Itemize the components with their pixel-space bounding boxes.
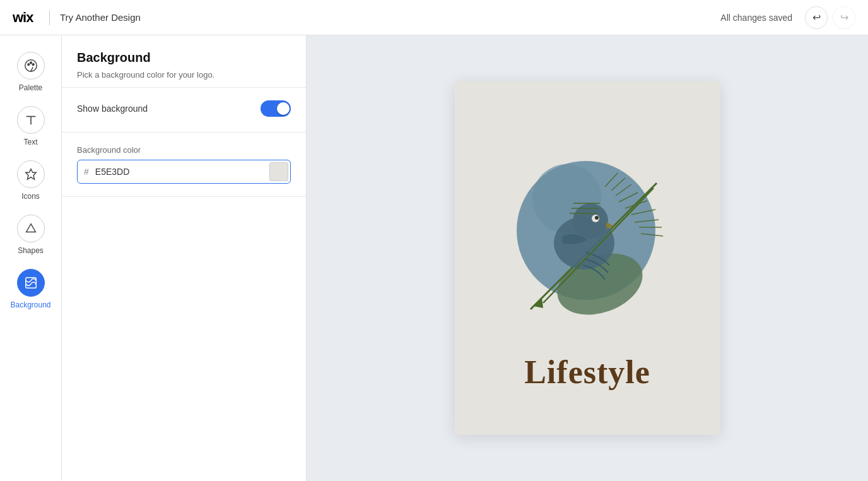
sidebar-label-icons: Icons — [21, 192, 40, 201]
panel-subtitle: Pick a background color for your logo. — [77, 70, 291, 80]
undo-button[interactable]: ↩ — [805, 6, 828, 29]
svg-point-25 — [595, 216, 599, 220]
sidebar-label-shapes: Shapes — [18, 246, 44, 255]
main-layout: Palette Text Icons — [0, 35, 868, 481]
color-input-group[interactable]: # — [77, 160, 291, 184]
sidebar-item-background[interactable]: Background — [6, 263, 56, 314]
undo-icon: ↩ — [812, 11, 821, 23]
palette-icon — [17, 52, 45, 80]
save-status: All changes saved — [720, 13, 792, 23]
wix-logo: wix — [13, 11, 39, 25]
app-header: wix Try Another Design All changes saved… — [0, 0, 868, 35]
panel-header: Background Pick a background color for y… — [62, 35, 306, 88]
sidebar-label-background: Background — [10, 300, 50, 309]
color-hash-symbol: # — [78, 162, 93, 182]
show-background-label: Show background — [77, 104, 148, 114]
background-color-section: Background color # — [62, 133, 306, 197]
header-divider — [49, 10, 50, 25]
background-icon — [17, 269, 45, 297]
show-background-toggle[interactable] — [261, 100, 291, 117]
redo-button[interactable]: ↪ — [833, 6, 855, 29]
sidebar-item-shapes[interactable]: Shapes — [6, 208, 56, 260]
toggle-thumb — [277, 102, 290, 115]
show-background-section: Show background — [62, 88, 306, 133]
panel-title: Background — [77, 50, 291, 65]
shapes-icon — [17, 215, 45, 242]
logo-brand-text: Lifestyle — [524, 353, 650, 391]
svg-marker-7 — [25, 169, 36, 180]
sidebar-label-text: Text — [23, 138, 37, 146]
logo-card: Lifestyle — [455, 81, 720, 435]
icon-sidebar: Palette Text Icons — [0, 35, 62, 481]
color-field-label: Background color — [77, 145, 291, 155]
svg-point-3 — [30, 62, 32, 64]
svg-point-2 — [27, 64, 29, 66]
color-hex-input[interactable] — [93, 162, 267, 182]
svg-text:wix: wix — [13, 11, 34, 25]
canvas-area: Lifestyle — [307, 35, 868, 481]
sidebar-item-palette[interactable]: Palette — [6, 45, 56, 97]
header-actions: All changes saved ↩ ↪ — [720, 6, 855, 29]
page-title: Try Another Design — [60, 12, 141, 23]
icons-icon — [17, 160, 45, 188]
background-panel: Background Pick a background color for y… — [62, 35, 307, 481]
color-swatch[interactable] — [269, 162, 288, 181]
text-icon — [17, 106, 45, 134]
logo-illustration — [493, 126, 682, 341]
redo-icon: ↪ — [840, 11, 848, 23]
show-background-row: Show background — [77, 100, 291, 117]
sidebar-item-text[interactable]: Text — [6, 100, 56, 151]
sidebar-item-icons[interactable]: Icons — [6, 154, 56, 206]
svg-point-4 — [32, 64, 34, 66]
sidebar-label-palette: Palette — [19, 83, 42, 92]
